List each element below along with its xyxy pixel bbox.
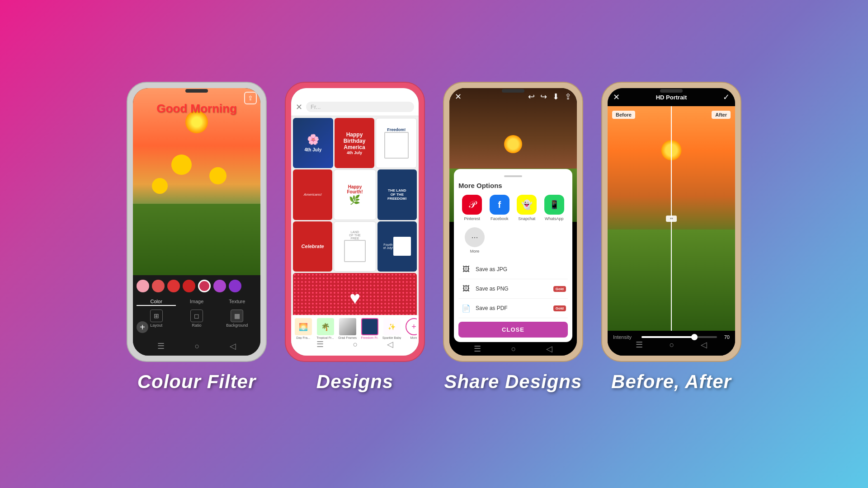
save-png-text: Save as PNG xyxy=(476,286,550,292)
screen4-title: HD Portrait xyxy=(656,94,687,101)
phone-1-speaker xyxy=(185,89,208,93)
back-icon-4[interactable]: ◁ xyxy=(701,340,707,350)
color-dot-red-light[interactable] xyxy=(152,280,165,292)
tab-color[interactable]: Color xyxy=(137,298,176,306)
screen2-header: ✕ Fr... xyxy=(291,88,419,116)
screen3: ✕ ↩ ↪ ⬇ ⇪ ⊞ More Options xyxy=(449,88,577,356)
redo-icon[interactable]: ↪ xyxy=(540,92,547,102)
design-card-navy-freedom[interactable]: THE LANDOF THEFREEDOM! xyxy=(377,169,417,220)
phone-3-screen: ✕ ↩ ↪ ⬇ ⇪ ⊞ More Options xyxy=(449,88,577,356)
download-icon[interactable]: ⬇ xyxy=(552,92,559,102)
color-dot-purple[interactable] xyxy=(213,280,226,292)
add-frame-icon[interactable]: + xyxy=(406,318,417,335)
color-dot-crimson-selected[interactable] xyxy=(198,280,211,292)
tool-background-label: Background xyxy=(226,323,248,328)
land-free-text: LANDOF THEFREE xyxy=(349,230,361,240)
color-dot-red-dark[interactable] xyxy=(183,280,195,292)
home-icon-2[interactable]: ○ xyxy=(353,340,358,349)
share-apps-row: 𝒫 Pinterest f Facebook 👻 Snapchat xyxy=(458,195,568,221)
home-icon-4[interactable]: ○ xyxy=(670,340,675,350)
pinterest-label: Pinterest xyxy=(464,216,480,221)
happy-fourth-text: HappyFourth! xyxy=(347,184,363,194)
intensity-fill xyxy=(642,336,694,338)
search-bar[interactable]: Fr... xyxy=(306,102,414,112)
frame-tab-freedom[interactable]: Freedom Fr. xyxy=(359,318,380,339)
frame-tab-sparkle[interactable]: ✨ Sparkle Baby xyxy=(382,318,402,339)
back-icon[interactable]: ◁ xyxy=(230,341,236,351)
header-icons-right: ↩ ↪ ⬇ ⇪ xyxy=(528,92,571,102)
close-icon[interactable]: ✕ xyxy=(455,92,462,102)
menu-icon-3[interactable]: ☰ xyxy=(474,344,481,354)
frame-tabs: 🌅 Day Fra... 🌴 Tropical Fr... Grad Frame… xyxy=(293,318,417,339)
share-more-row: ··· More xyxy=(458,227,568,253)
phone4-nav-bar: ☰ ○ ◁ xyxy=(613,339,730,351)
design-card-america[interactable]: HappyBirthdayAmerica 4th July xyxy=(335,118,375,168)
close-icon-4[interactable]: ✕ xyxy=(613,92,620,102)
ba-handle[interactable]: ⇔ xyxy=(666,216,677,222)
save-png-option[interactable]: 🖼 Save as PNG Gold xyxy=(458,279,568,299)
back-icon-3[interactable]: ◁ xyxy=(546,344,552,354)
color-dot-pink[interactable] xyxy=(137,280,149,292)
menu-icon-2[interactable]: ☰ xyxy=(316,339,324,349)
design-card-freedom[interactable]: Freedom! xyxy=(376,118,417,168)
share-snapchat[interactable]: 👻 Snapchat xyxy=(517,195,537,221)
add-button[interactable]: + xyxy=(137,321,148,333)
frame-tab-day[interactable]: 🌅 Day Fra... xyxy=(293,318,313,339)
tab-image[interactable]: Image xyxy=(177,298,216,306)
phone2-nav-bar: ☰ ○ ◁ xyxy=(293,338,417,350)
share-more[interactable]: ··· More xyxy=(465,227,485,253)
screen4-bottom-controls: Intensity 70 ☰ ○ ◁ xyxy=(608,331,735,356)
share-facebook[interactable]: f Facebook xyxy=(490,195,509,221)
phone1-nav-bar: ☰ ○ ◁ xyxy=(133,339,260,353)
save-pdf-option[interactable]: 📄 Save as PDF Gold xyxy=(458,299,568,318)
undo-icon[interactable]: ↩ xyxy=(528,92,535,102)
home-icon-3[interactable]: ○ xyxy=(511,344,516,354)
wreath-emoji: 🌿 xyxy=(349,194,360,205)
tool-background[interactable]: ▦ Background xyxy=(217,310,257,328)
pinterest-icon: 𝒫 xyxy=(462,195,482,215)
save-jpg-text: Save as JPG xyxy=(476,266,566,272)
phone-1-frame: Good Morning ⇪ xyxy=(127,82,267,362)
design-card-wreath2[interactable]: HappyFourth! 🌿 xyxy=(334,169,376,220)
screen1-controls: Color Image Texture + ⊞ Layout ◻ Ratio xyxy=(133,275,260,356)
phone-3-section: ✕ ↩ ↪ ⬇ ⇪ ⊞ More Options xyxy=(443,82,583,393)
design-card-wreath[interactable]: 🌸 4th July xyxy=(293,118,333,168)
design-card-july-frame[interactable]: Fourthof July! xyxy=(377,221,417,272)
background-icon: ▦ xyxy=(231,310,243,322)
save-pdf-icon: 📄 xyxy=(460,302,472,314)
save-jpg-option[interactable]: 🖼 Save as JPG xyxy=(458,260,568,279)
close-button[interactable]: ✕ xyxy=(296,102,302,112)
home-icon[interactable]: ○ xyxy=(195,342,200,351)
tropical-frame-thumb: 🌴 xyxy=(317,318,334,335)
tab-texture[interactable]: Texture xyxy=(217,298,257,306)
freedom-text: Freedom! xyxy=(387,127,406,132)
checkmark-icon[interactable]: ✓ xyxy=(723,92,730,102)
close-modal-button[interactable]: CLOSE xyxy=(458,322,568,338)
land-freedom-text: THE LANDOF THEFREEDOM! xyxy=(387,188,407,201)
intensity-slider[interactable] xyxy=(642,336,717,338)
tool-ratio[interactable]: ◻ Ratio xyxy=(177,310,216,328)
frame-tab-grad[interactable]: Grad Frames xyxy=(337,318,358,339)
frame-tab-tropical[interactable]: 🌴 Tropical Fr... xyxy=(315,318,335,339)
menu-icon[interactable]: ☰ xyxy=(157,341,165,351)
white-frame-box xyxy=(393,237,411,255)
share-icon[interactable]: ⇪ xyxy=(244,92,257,104)
frame-tab-more[interactable]: + More xyxy=(404,318,417,339)
phone-1-screen: Good Morning ⇪ xyxy=(133,88,260,356)
design-card-land-free[interactable]: LANDOF THEFREE xyxy=(334,221,376,272)
screen3-sun xyxy=(504,135,522,153)
design-card-americans[interactable]: Americans! xyxy=(293,169,332,220)
share-icon-3[interactable]: ⇪ xyxy=(565,92,571,102)
menu-icon-4[interactable]: ☰ xyxy=(636,340,643,350)
share-whatsapp[interactable]: 📱 WhatsApp xyxy=(544,195,564,221)
phone-4-frame: ✕ HD Portrait ✓ Before After xyxy=(601,82,741,362)
color-dot-red[interactable] xyxy=(167,280,180,292)
whatsapp-icon: 📱 xyxy=(544,195,564,215)
phone-1-section: Good Morning ⇪ xyxy=(127,82,267,393)
layout-icon: ⊞ xyxy=(150,310,163,322)
design-card-celebrate[interactable]: Celebrate xyxy=(293,221,332,272)
share-pinterest[interactable]: 𝒫 Pinterest xyxy=(462,195,482,221)
color-dot-violet[interactable] xyxy=(229,280,241,292)
designs-row-2: Americans! HappyFourth! 🌿 THE LANDOF THE… xyxy=(293,169,417,220)
back-icon-2[interactable]: ◁ xyxy=(387,339,393,349)
